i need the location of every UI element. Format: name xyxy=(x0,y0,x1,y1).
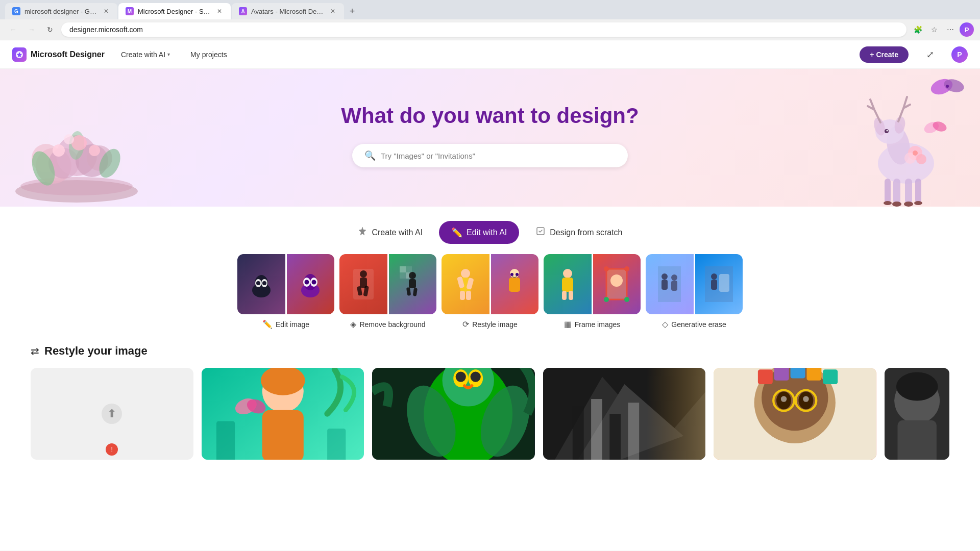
tab-favicon-3: A xyxy=(239,7,247,15)
svg-rect-88 xyxy=(662,280,668,290)
create-with-ai-tab-icon xyxy=(357,226,368,239)
restyle-card-1[interactable] xyxy=(202,368,364,460)
svg-point-81 xyxy=(610,274,623,287)
share-icon-button[interactable]: ⤢ xyxy=(921,45,939,64)
tab-close-3[interactable]: ✕ xyxy=(329,7,337,15)
restyle-image-label-icon: ⟳ xyxy=(462,319,469,329)
restyle-card-5[interactable] xyxy=(885,368,949,460)
svg-point-52 xyxy=(312,280,316,285)
generative-erase-left xyxy=(646,254,694,314)
svg-rect-65 xyxy=(413,288,418,296)
tab-design-from-scratch[interactable]: Design from scratch xyxy=(523,221,634,244)
edit-image-label-icon: ✏️ xyxy=(262,319,273,329)
remove-bg-left xyxy=(339,254,387,314)
gallery-item-edit-image[interactable]: ✏️ Edit image xyxy=(235,254,337,329)
back-button[interactable]: ← xyxy=(6,22,20,37)
restyle-card-3[interactable] xyxy=(543,368,706,460)
svg-point-46 xyxy=(262,281,266,285)
svg-rect-127 xyxy=(823,369,838,384)
browser-menu-button[interactable]: ⋯ xyxy=(943,22,958,37)
hero-content: What do you want to design? 🔍 xyxy=(341,103,639,167)
my-projects-nav[interactable]: My projects xyxy=(186,47,231,62)
upload-indicator: ! xyxy=(106,443,118,456)
svg-point-76 xyxy=(563,269,572,278)
frame-left xyxy=(544,254,592,314)
gallery-item-remove-background[interactable]: ◈ Remove background xyxy=(337,254,439,329)
gallery-section: ✏️ Edit image xyxy=(0,254,980,334)
svg-point-51 xyxy=(305,280,309,285)
refresh-button[interactable]: ↻ xyxy=(43,22,57,37)
browser-actions: 🧩 ☆ ⋯ P xyxy=(911,22,974,37)
svg-point-54 xyxy=(360,270,367,278)
create-button-label: + Create xyxy=(870,51,898,59)
tab-edit-with-ai[interactable]: ✏️ Edit with AI xyxy=(439,221,519,244)
svg-point-131 xyxy=(803,396,809,402)
gallery-item-frame-images[interactable]: ▦ Frame images xyxy=(541,254,643,329)
svg-point-138 xyxy=(896,372,938,400)
create-button[interactable]: + Create xyxy=(860,46,909,63)
svg-rect-63 xyxy=(409,279,416,288)
tab-favicon-2: M xyxy=(126,7,134,15)
new-tab-button[interactable]: + xyxy=(345,4,359,18)
hero-title: What do you want to design? xyxy=(341,103,639,129)
tab-design-from-scratch-label: Design from scratch xyxy=(550,228,622,237)
hero-section: What do you want to design? 🔍 xyxy=(0,69,980,207)
edit-image-preview xyxy=(237,254,334,314)
tab-title-3: Avatars - Microsoft Designer xyxy=(251,8,325,15)
gallery-item-restyle-image[interactable]: ⟳ Restyle image xyxy=(439,254,541,329)
svg-rect-117 xyxy=(609,414,621,460)
address-input[interactable] xyxy=(61,22,906,37)
forward-button[interactable]: → xyxy=(24,22,39,37)
brand-name: Microsoft Designer xyxy=(31,50,105,59)
edit-image-right xyxy=(287,254,335,314)
svg-rect-71 xyxy=(466,291,471,300)
svg-point-12 xyxy=(53,144,65,157)
svg-point-82 xyxy=(604,266,609,271)
browser-tab-3[interactable]: A Avatars - Microsoft Designer ✕ xyxy=(232,3,344,19)
svg-rect-26 xyxy=(893,179,900,204)
restyle-left xyxy=(442,254,489,314)
tab-create-with-ai[interactable]: Create with AI xyxy=(345,221,435,244)
edit-image-left xyxy=(237,254,285,314)
restyle-card-4[interactable] xyxy=(714,368,876,460)
svg-point-13 xyxy=(71,135,87,151)
create-with-ai-nav[interactable]: Create with AI ▾ xyxy=(117,47,174,62)
svg-point-14 xyxy=(89,145,100,156)
svg-point-108 xyxy=(456,371,466,382)
user-avatar[interactable]: P xyxy=(951,46,968,63)
tab-close-1[interactable]: ✕ xyxy=(102,7,110,15)
edit-with-ai-tab-icon: ✏️ xyxy=(451,227,462,238)
svg-point-130 xyxy=(781,396,787,402)
extensions-button[interactable]: 🧩 xyxy=(911,22,925,37)
edit-image-label-text: Edit image xyxy=(276,320,309,329)
generative-erase-label: ◇ Generative erase xyxy=(662,319,726,329)
search-input[interactable] xyxy=(381,152,616,160)
browser-tab-2[interactable]: M Microsoft Designer - Stunning... ✕ xyxy=(118,3,231,19)
frame-images-label: ▦ Frame images xyxy=(564,319,620,329)
svg-rect-102 xyxy=(327,429,346,460)
remove-background-label-text: Remove background xyxy=(359,320,425,329)
browser-tab-1[interactable]: G microsoft designer - Google S... ✕ xyxy=(5,3,117,19)
generative-erase-label-icon: ◇ xyxy=(662,319,668,329)
restyle-card-2[interactable] xyxy=(372,368,535,460)
restyle-card-5-visual xyxy=(885,368,949,460)
svg-point-62 xyxy=(409,272,416,279)
favorites-button[interactable]: ☆ xyxy=(927,22,941,37)
svg-point-25 xyxy=(887,130,888,132)
svg-rect-60 xyxy=(400,272,406,279)
svg-point-85 xyxy=(624,297,629,302)
svg-point-33 xyxy=(884,201,892,205)
brand[interactable]: Microsoft Designer xyxy=(12,47,105,62)
edit-image-label: ✏️ Edit image xyxy=(262,319,309,329)
browser-profile-avatar[interactable]: P xyxy=(960,22,974,37)
gallery-item-generative-erase[interactable]: ◇ Generative erase xyxy=(643,254,745,329)
share-icon: ⤢ xyxy=(926,49,934,60)
restyle-section-icon: ⇄ xyxy=(31,345,39,357)
svg-rect-101 xyxy=(216,421,234,460)
brand-logo-icon xyxy=(12,47,27,62)
tab-close-2[interactable]: ✕ xyxy=(215,7,224,15)
restyle-upload-card[interactable]: ⬆ ! xyxy=(31,368,193,460)
tab-create-with-ai-label: Create with AI xyxy=(372,228,423,237)
restyle-section: ⇄ Restyle your image ⬆ ! xyxy=(0,334,980,475)
svg-point-83 xyxy=(624,266,629,271)
